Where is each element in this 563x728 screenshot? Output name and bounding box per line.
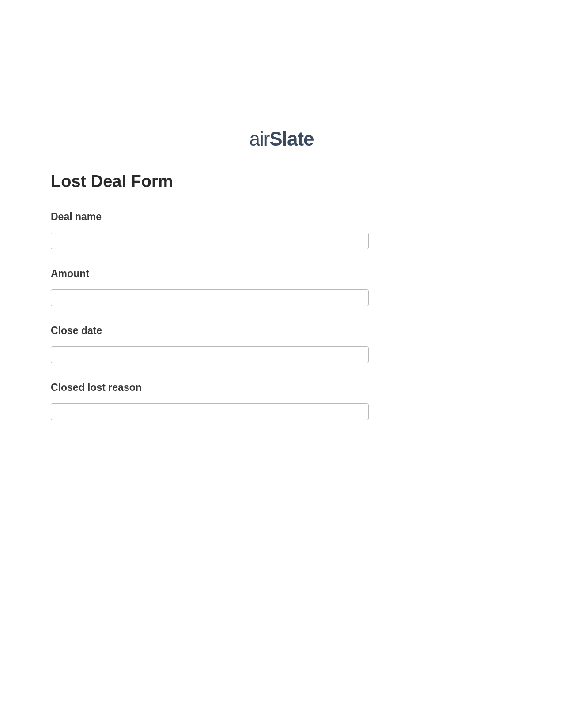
close-date-input[interactable] <box>51 346 369 363</box>
page-container: airSlate Lost Deal Form Deal name Amount… <box>0 0 563 728</box>
form-field-close-date: Close date <box>51 325 369 363</box>
logo-container: airSlate <box>0 128 563 150</box>
form-field-closed-lost-reason: Closed lost reason <box>51 382 369 420</box>
airslate-logo: airSlate <box>249 128 314 150</box>
deal-name-label: Deal name <box>51 211 369 223</box>
amount-input[interactable] <box>51 289 369 306</box>
amount-label: Amount <box>51 268 369 280</box>
close-date-label: Close date <box>51 325 369 337</box>
form-title: Lost Deal Form <box>51 172 369 191</box>
form-field-amount: Amount <box>51 268 369 306</box>
closed-lost-reason-input[interactable] <box>51 403 369 420</box>
form-field-deal-name: Deal name <box>51 211 369 249</box>
logo-text-air: air <box>249 128 269 150</box>
deal-name-input[interactable] <box>51 233 369 249</box>
form-content: Lost Deal Form Deal name Amount Close da… <box>0 172 563 420</box>
logo-text-slate: Slate <box>269 128 314 150</box>
closed-lost-reason-label: Closed lost reason <box>51 382 369 394</box>
